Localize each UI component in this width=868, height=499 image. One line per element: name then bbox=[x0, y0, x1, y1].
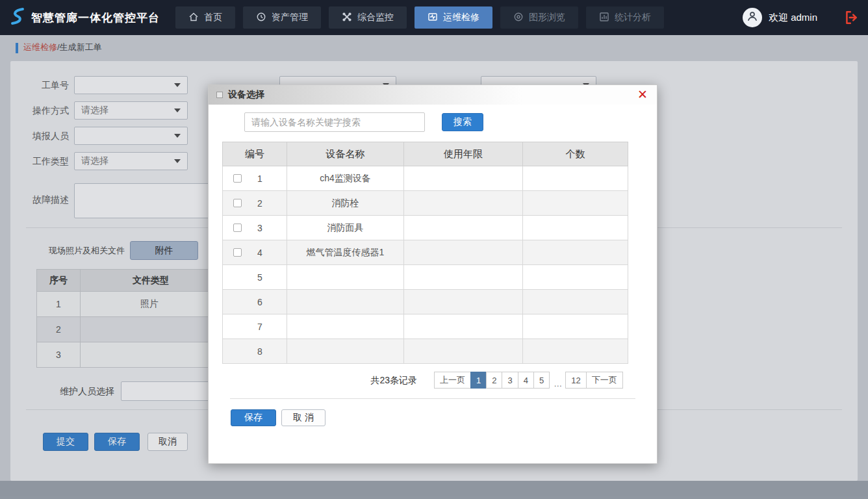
device-table-header: 编号 设备名称 使用年限 个数 bbox=[223, 142, 628, 166]
dialog-icon bbox=[216, 92, 223, 98]
table-row[interactable]: 1 ch4监测设备 bbox=[223, 166, 628, 191]
nav-label: 资产管理 bbox=[272, 12, 308, 23]
monitor-icon bbox=[342, 12, 352, 24]
nav-label: 综合监控 bbox=[357, 12, 394, 23]
welcome-text: 欢迎 admin bbox=[769, 12, 817, 24]
avatar[interactable] bbox=[743, 8, 762, 27]
graphics-icon bbox=[513, 12, 524, 24]
table-row[interactable]: 7 bbox=[223, 314, 628, 339]
brand: 智慧管廊一体化管控平台 bbox=[9, 0, 160, 35]
logout-icon[interactable] bbox=[843, 9, 860, 26]
search-button[interactable]: 搜索 bbox=[442, 113, 483, 131]
page-button-12[interactable]: 12 bbox=[565, 372, 586, 389]
nav-item-maintenance[interactable]: 运维检修 bbox=[415, 6, 492, 29]
user-icon bbox=[746, 10, 759, 25]
col-number: 编号 bbox=[223, 142, 287, 166]
maintenance-icon bbox=[428, 12, 438, 24]
table-row[interactable]: 5 bbox=[223, 265, 628, 290]
page-button-4[interactable]: 4 bbox=[518, 372, 534, 389]
row-checkbox[interactable] bbox=[233, 174, 242, 183]
table-row[interactable]: 6 bbox=[223, 290, 628, 314]
nav-label: 首页 bbox=[204, 12, 222, 23]
pagination: 上一页 1 2 3 4 5 … 12 下一页 bbox=[435, 372, 623, 389]
dialog-titlebar: 设备选择 bbox=[209, 85, 657, 105]
top-navbar: 智慧管廊一体化管控平台 首页 资产管理 综合监控 运维检修 图形浏览 统计分析 bbox=[0, 0, 868, 35]
dialog-save-button[interactable]: 保存 bbox=[231, 409, 276, 426]
dialog-divider bbox=[230, 398, 635, 399]
logo-icon bbox=[9, 6, 26, 29]
home-icon bbox=[188, 12, 199, 24]
stats-icon bbox=[599, 12, 609, 24]
row-checkbox[interactable] bbox=[233, 199, 242, 207]
device-select-dialog: 设备选择 ✕ 搜索 编号 设备名称 使用年限 个数 1 ch4监测设备 2 消防… bbox=[208, 84, 657, 464]
page-button-2[interactable]: 2 bbox=[486, 372, 502, 389]
table-row[interactable]: 3 消防面具 bbox=[223, 216, 628, 240]
record-count: 共23条记录 bbox=[370, 372, 417, 389]
page-button-1[interactable]: 1 bbox=[470, 372, 487, 389]
page-button-3[interactable]: 3 bbox=[502, 372, 518, 389]
nav-item-assets[interactable]: 资产管理 bbox=[243, 6, 321, 29]
table-row[interactable]: 2 消防栓 bbox=[223, 191, 628, 216]
table-row[interactable]: 4 燃气管温度传感器1 bbox=[223, 240, 628, 265]
row-checkbox[interactable] bbox=[233, 248, 242, 257]
main-nav: 首页 资产管理 综合监控 运维检修 图形浏览 统计分析 bbox=[175, 6, 664, 29]
dialog-cancel-button[interactable]: 取 消 bbox=[281, 409, 326, 426]
asset-icon bbox=[256, 12, 266, 24]
page-prev-button[interactable]: 上一页 bbox=[434, 372, 471, 389]
nav-label: 运维检修 bbox=[443, 12, 479, 23]
nav-item-home[interactable]: 首页 bbox=[175, 6, 235, 29]
device-search-input[interactable] bbox=[244, 112, 425, 132]
col-service-years: 使用年限 bbox=[404, 142, 523, 166]
nav-item-monitoring[interactable]: 综合监控 bbox=[329, 6, 407, 29]
close-icon[interactable]: ✕ bbox=[637, 88, 648, 101]
nav-label: 图形浏览 bbox=[529, 12, 565, 23]
nav-item-statistics[interactable]: 统计分析 bbox=[586, 6, 664, 29]
device-table: 编号 设备名称 使用年限 个数 1 ch4监测设备 2 消防栓 3 消防面具 4… bbox=[222, 142, 628, 364]
col-count: 个数 bbox=[523, 142, 628, 166]
nav-item-graphics[interactable]: 图形浏览 bbox=[500, 6, 578, 29]
page-button-5[interactable]: 5 bbox=[533, 372, 550, 389]
app-title: 智慧管廊一体化管控平台 bbox=[31, 10, 160, 25]
page-ellipsis: … bbox=[550, 372, 566, 389]
nav-label: 统计分析 bbox=[615, 12, 651, 23]
dialog-title: 设备选择 bbox=[228, 89, 264, 101]
row-checkbox[interactable] bbox=[233, 224, 242, 232]
col-device-name: 设备名称 bbox=[287, 142, 404, 166]
table-row[interactable]: 8 bbox=[223, 339, 628, 364]
navbar-right: 欢迎 admin bbox=[743, 0, 860, 35]
page-next-button[interactable]: 下一页 bbox=[586, 372, 623, 389]
